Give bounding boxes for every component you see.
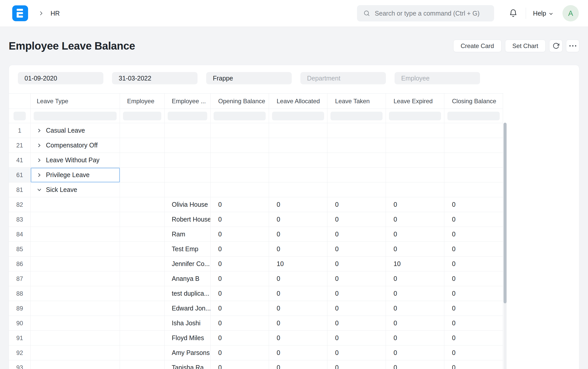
- employee-cell[interactable]: [120, 182, 165, 197]
- leave-type-cell[interactable]: [31, 360, 120, 369]
- index-column-header[interactable]: [9, 94, 31, 109]
- opening-balance-cell[interactable]: 0: [211, 301, 269, 316]
- employee-cell[interactable]: [120, 227, 165, 242]
- leave-allocated-cell[interactable]: [269, 182, 327, 197]
- column-header-closing-balance[interactable]: Closing Balance: [444, 94, 503, 109]
- employee-name-cell[interactable]: Edward Jon...: [165, 301, 211, 316]
- row-index-cell[interactable]: 81: [9, 182, 31, 197]
- employee-cell[interactable]: [120, 286, 165, 301]
- closing-balance-cell[interactable]: 0: [444, 301, 503, 316]
- leave-type-cell[interactable]: [31, 301, 120, 316]
- leave-allocated-cell[interactable]: 0: [269, 360, 327, 369]
- leave-expired-cell[interactable]: 0: [386, 345, 444, 360]
- leave-taken-cell[interactable]: [327, 182, 386, 197]
- row-index-cell[interactable]: 1: [9, 123, 31, 138]
- employee-name-cell[interactable]: Amy Parsons: [165, 345, 211, 360]
- row-index-cell[interactable]: 90: [9, 316, 31, 331]
- employee-cell[interactable]: [120, 123, 165, 138]
- closing-balance-cell[interactable]: [444, 123, 503, 138]
- employee-cell[interactable]: [120, 168, 165, 182]
- opening-balance-cell[interactable]: 0: [211, 316, 269, 331]
- leave-type-cell[interactable]: Compensatory Off: [31, 138, 120, 153]
- opening-balance-cell[interactable]: [211, 123, 269, 138]
- closing-balance-cell[interactable]: [444, 138, 503, 153]
- chevron-down-icon[interactable]: [37, 187, 42, 192]
- leave-type-cell[interactable]: [31, 197, 120, 212]
- leave-type-cell[interactable]: [31, 331, 120, 345]
- opening-balance-cell[interactable]: 0: [211, 345, 269, 360]
- employee-cell[interactable]: [120, 138, 165, 153]
- leave-type-cell[interactable]: [31, 271, 120, 286]
- employee-filter[interactable]: [395, 72, 480, 84]
- opening-balance-cell[interactable]: [211, 182, 269, 197]
- leave-type-cell[interactable]: [31, 345, 120, 360]
- opening-balance-cell[interactable]: [211, 153, 269, 168]
- erpnext-logo-icon[interactable]: [12, 5, 28, 21]
- menu-button[interactable]: [566, 40, 579, 52]
- column-header-leave-type[interactable]: Leave Type: [31, 94, 120, 109]
- leave-expired-cell[interactable]: 0: [386, 242, 444, 257]
- opening-balance-cell[interactable]: 0: [211, 197, 269, 212]
- leave-taken-cell[interactable]: 0: [327, 301, 386, 316]
- employee-name-cell[interactable]: Test Emp: [165, 242, 211, 257]
- opening-balance-cell[interactable]: 0: [211, 286, 269, 301]
- employee-name-cell[interactable]: Ram: [165, 227, 211, 242]
- breadcrumb[interactable]: HR: [51, 10, 60, 17]
- leave-allocated-cell[interactable]: 0: [269, 316, 327, 331]
- closing-balance-cell[interactable]: 0: [444, 242, 503, 257]
- leave-expired-cell[interactable]: [386, 123, 444, 138]
- closing-balance-cell[interactable]: [444, 168, 503, 182]
- opening-balance-cell[interactable]: 0: [211, 242, 269, 257]
- company-filter[interactable]: [206, 72, 292, 84]
- leave-expired-cell[interactable]: 0: [386, 301, 444, 316]
- closing-balance-cell[interactable]: 0: [444, 271, 503, 286]
- column-header-leave-taken[interactable]: Leave Taken: [327, 94, 386, 109]
- leave-taken-cell[interactable]: 0: [327, 197, 386, 212]
- leave-taken-cell[interactable]: 0: [327, 257, 386, 271]
- employee-name-cell[interactable]: [165, 182, 211, 197]
- employee-name-cell[interactable]: Isha Joshi: [165, 316, 211, 331]
- employee-cell[interactable]: [120, 153, 165, 168]
- employee-cell[interactable]: [120, 316, 165, 331]
- leave-allocated-cell[interactable]: 0: [269, 331, 327, 345]
- employee-cell[interactable]: [120, 301, 165, 316]
- leave-allocated-cell[interactable]: 10: [269, 257, 327, 271]
- notifications-bell-icon[interactable]: [509, 9, 518, 18]
- column-header-employee[interactable]: Employee: [120, 94, 165, 109]
- employee-cell[interactable]: [120, 271, 165, 286]
- row-index-cell[interactable]: 61: [9, 168, 31, 182]
- row-index-cell[interactable]: 87: [9, 271, 31, 286]
- row-index-cell[interactable]: 88: [9, 286, 31, 301]
- index-column-filter-input[interactable]: [14, 112, 26, 120]
- leave-type-cell[interactable]: [31, 257, 120, 271]
- leave-taken-cell[interactable]: 0: [327, 227, 386, 242]
- opening-balance-cell[interactable]: [211, 138, 269, 153]
- column-header-leave-allocated[interactable]: Leave Allocated: [269, 94, 327, 109]
- closing-balance-column-filter-input[interactable]: [447, 112, 500, 120]
- leave-expired-cell[interactable]: 0: [386, 316, 444, 331]
- employee-name-cell[interactable]: [165, 168, 211, 182]
- chevron-right-icon[interactable]: [37, 172, 42, 178]
- employee-name-cell[interactable]: Tanisha Ra...: [165, 360, 211, 369]
- leave-expired-cell[interactable]: [386, 168, 444, 182]
- leave-allocated-cell[interactable]: [269, 138, 327, 153]
- leave-type-cell[interactable]: [31, 316, 120, 331]
- employee-name-cell[interactable]: Jennifer Co...: [165, 257, 211, 271]
- department-filter[interactable]: [300, 72, 386, 84]
- leave-type-cell[interactable]: [31, 212, 120, 227]
- employee-name-cell[interactable]: [165, 153, 211, 168]
- closing-balance-cell[interactable]: 0: [444, 286, 503, 301]
- leave-taken-cell[interactable]: [327, 123, 386, 138]
- opening-balance-column-filter-input[interactable]: [214, 112, 266, 120]
- global-search-input[interactable]: Search or type a command (Ctrl + G): [357, 5, 494, 21]
- closing-balance-cell[interactable]: 0: [444, 212, 503, 227]
- row-index-cell[interactable]: 91: [9, 331, 31, 345]
- row-index-cell[interactable]: 86: [9, 257, 31, 271]
- leave-expired-cell[interactable]: [386, 153, 444, 168]
- leave-allocated-cell[interactable]: [269, 123, 327, 138]
- employee-cell[interactable]: [120, 331, 165, 345]
- leave-taken-column-filter-input[interactable]: [330, 112, 383, 120]
- leave-type-cell[interactable]: [31, 286, 120, 301]
- leave-type-cell[interactable]: [31, 242, 120, 257]
- leave-type-cell[interactable]: Casual Leave: [31, 123, 120, 138]
